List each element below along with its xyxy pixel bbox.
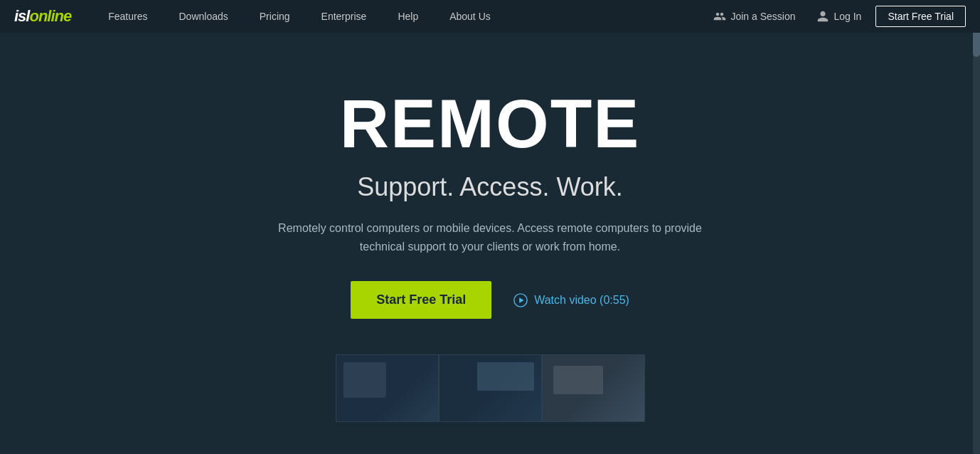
nav-downloads[interactable]: Downloads <box>164 0 244 33</box>
start-free-trial-nav-button[interactable]: Start Free Trial <box>875 6 966 27</box>
navbar: islonline Features Downloads Pricing Ent… <box>0 0 980 33</box>
watch-video-label: Watch video (0:55) <box>534 294 629 307</box>
hero-section: REMOTE Support. Access. Work. Remotely c… <box>0 33 980 453</box>
start-free-trial-button[interactable]: Start Free Trial <box>351 281 491 319</box>
join-session-button[interactable]: Join a Session <box>706 10 802 23</box>
join-session-label: Join a Session <box>730 11 795 22</box>
nav-help[interactable]: Help <box>382 0 434 33</box>
nav-right: Join a Session Log In Start Free Trial <box>706 6 966 27</box>
hero-subtitle: Support. Access. Work. <box>357 172 622 202</box>
screenshot-3 <box>542 354 645 422</box>
logo-isl: isl <box>14 7 29 26</box>
svg-marker-1 <box>519 297 523 302</box>
watch-video-button[interactable]: Watch video (0:55) <box>513 292 629 308</box>
hero-title: REMOTE <box>340 90 641 158</box>
screenshot-1 <box>336 354 439 422</box>
logo[interactable]: islonline <box>14 7 71 26</box>
screenshots-strip <box>336 354 645 422</box>
log-in-label: Log In <box>833 11 861 22</box>
screenshot-2 <box>439 354 542 422</box>
play-icon <box>513 292 528 308</box>
account-icon <box>816 10 829 23</box>
nav-enterprise[interactable]: Enterprise <box>306 0 383 33</box>
hero-description: Remotely control computers or mobile dev… <box>262 219 718 255</box>
logo-online: online <box>29 7 71 26</box>
nav-pricing[interactable]: Pricing <box>244 0 306 33</box>
join-session-icon <box>713 10 726 23</box>
log-in-button[interactable]: Log In <box>809 10 868 23</box>
scrollbar-track[interactable] <box>973 0 980 453</box>
hero-actions: Start Free Trial Watch video (0:55) <box>351 281 629 319</box>
nav-about[interactable]: About Us <box>434 0 506 33</box>
nav-features[interactable]: Features <box>92 0 163 33</box>
nav-links: Features Downloads Pricing Enterprise He… <box>92 0 706 33</box>
